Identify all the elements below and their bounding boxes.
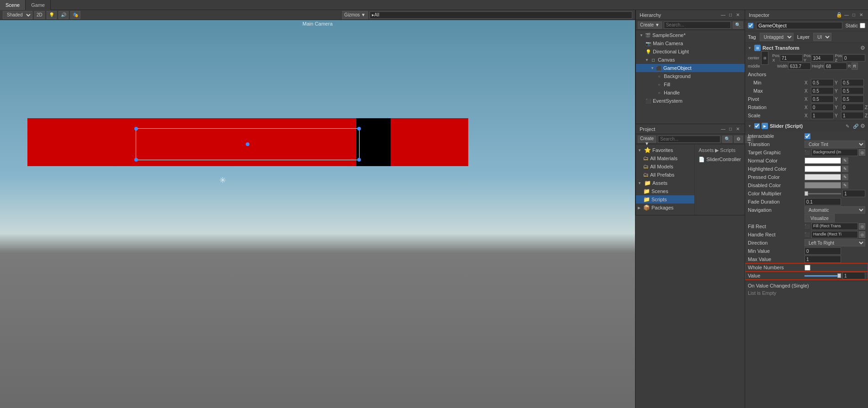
r-btn[interactable]: R bbox=[852, 63, 858, 70]
whole-numbers-checkbox[interactable] bbox=[804, 265, 810, 271]
hierarchy-item-main-camera[interactable]: 📷 Main Camera bbox=[636, 39, 745, 47]
transition-dropdown[interactable]: Color Tint bbox=[804, 141, 865, 148]
width-input[interactable] bbox=[788, 63, 811, 70]
hierarchy-create-btn[interactable]: Create ▼ bbox=[638, 21, 662, 29]
height-input[interactable] bbox=[824, 63, 847, 70]
anchor-preset-btn[interactable]: ⊞ bbox=[761, 51, 768, 65]
audio-btn[interactable]: 🔊 bbox=[58, 11, 69, 19]
fill-rect-select-btn[interactable]: ◎ bbox=[859, 223, 865, 230]
pressed-color-picker-btn[interactable]: ✎ bbox=[842, 174, 848, 180]
gameobject-active-checkbox[interactable] bbox=[748, 23, 753, 28]
tag-select[interactable]: Untagged bbox=[760, 33, 794, 41]
lights-btn[interactable]: 💡 bbox=[47, 11, 57, 19]
slider-script-header[interactable]: ▼ ▶ Slider (Script) ✎ 🔗 ⚙ bbox=[745, 121, 868, 131]
hierarchy-item-gameobject[interactable]: ▼ ⬛ GameObject bbox=[636, 64, 745, 72]
tab-scene[interactable]: Scene bbox=[0, 0, 26, 10]
highlighted-color-swatch[interactable] bbox=[804, 166, 841, 172]
navigation-dropdown[interactable]: Automatic bbox=[804, 206, 865, 214]
handle-rect-input[interactable]: Handle (Rect Ti bbox=[811, 231, 858, 238]
project-scenes[interactable]: 📁 Scenes bbox=[636, 187, 694, 195]
min-value-input[interactable] bbox=[804, 247, 841, 255]
slider-edit-btn[interactable]: ✎ bbox=[844, 122, 851, 130]
color-multiplier-input[interactable] bbox=[842, 190, 865, 197]
scene-search[interactable] bbox=[370, 11, 632, 19]
effects-btn[interactable]: 🎭 bbox=[70, 11, 80, 19]
project-all-materials[interactable]: 🗂 All Materials bbox=[636, 154, 694, 162]
rot-y-input[interactable] bbox=[841, 104, 864, 111]
slider-gear-btn[interactable]: ⚙ bbox=[860, 122, 865, 130]
inspector-close-btn[interactable]: ✕ bbox=[858, 12, 864, 18]
scale-y-input[interactable] bbox=[841, 112, 864, 119]
rot-x-input[interactable] bbox=[811, 104, 834, 111]
pivot-y-input[interactable] bbox=[841, 95, 864, 103]
target-graphic-input[interactable]: Background (In bbox=[811, 149, 858, 156]
project-search-btn[interactable]: 🔍 bbox=[722, 136, 732, 143]
project-assets-folder[interactable]: ▼ 📁 Assets bbox=[636, 179, 694, 187]
anchor-min-y-input[interactable] bbox=[841, 79, 864, 86]
color-multiplier-thumb[interactable] bbox=[804, 191, 808, 196]
shading-dropdown[interactable]: Shaded bbox=[3, 11, 32, 19]
hierarchy-item-fill[interactable]: ○ Fill bbox=[636, 80, 745, 89]
direction-dropdown[interactable]: Left To Right bbox=[804, 239, 865, 246]
project-favorites-folder[interactable]: ▼ ⭐ Favorites bbox=[636, 146, 694, 154]
gameobject-name-input[interactable] bbox=[756, 22, 842, 29]
value-thumb[interactable] bbox=[837, 273, 841, 278]
static-checkbox[interactable] bbox=[860, 23, 865, 28]
interactable-checkbox[interactable] bbox=[804, 133, 810, 139]
slider-link-btn[interactable]: 🔗 bbox=[852, 122, 859, 130]
project-packages[interactable]: ▶ 📦 Packages bbox=[636, 204, 694, 212]
hierarchy-scene-root[interactable]: ▼ 🎬 SampleScene* bbox=[636, 31, 745, 39]
disabled-color-swatch[interactable] bbox=[804, 182, 841, 188]
tab-game[interactable]: Game bbox=[26, 0, 51, 10]
project-search[interactable] bbox=[658, 136, 720, 143]
highlighted-color-picker-btn[interactable]: ✎ bbox=[842, 166, 848, 172]
hierarchy-maximize-btn[interactable]: □ bbox=[727, 12, 734, 18]
value-track[interactable] bbox=[804, 275, 841, 277]
visualize-btn[interactable]: Visualize bbox=[804, 214, 835, 222]
target-graphic-select-btn[interactable]: ◎ bbox=[859, 149, 865, 156]
project-all-models[interactable]: 🗂 All Models bbox=[636, 162, 694, 171]
disabled-color-picker-btn[interactable]: ✎ bbox=[842, 182, 848, 188]
project-create-btn[interactable]: Create ▼ bbox=[638, 136, 656, 143]
hierarchy-item-background[interactable]: ○ Background bbox=[636, 72, 745, 80]
normal-color-swatch[interactable] bbox=[804, 157, 841, 164]
hierarchy-item-handle[interactable]: ○ Handle bbox=[636, 89, 745, 97]
gizmos-btn[interactable]: Gizmos ▼ bbox=[342, 11, 368, 19]
project-maximize-btn[interactable]: □ bbox=[727, 126, 734, 132]
anchor-max-x-input[interactable] bbox=[811, 87, 834, 94]
normal-color-picker-btn[interactable]: ✎ bbox=[842, 157, 848, 164]
inspector-maximize-btn[interactable]: □ bbox=[851, 12, 857, 18]
pos-x-input[interactable] bbox=[780, 54, 803, 62]
layer-select[interactable]: UI bbox=[813, 33, 831, 41]
pivot-x-input[interactable] bbox=[811, 95, 834, 103]
handle-rect-select-btn[interactable]: ◎ bbox=[859, 231, 865, 238]
pressed-color-swatch[interactable] bbox=[804, 174, 841, 180]
value-input[interactable] bbox=[842, 272, 865, 279]
hierarchy-item-canvas[interactable]: ▼ □ Canvas bbox=[636, 56, 745, 64]
project-settings-btn[interactable]: ⚙ bbox=[734, 136, 743, 143]
anchor-max-y-input[interactable] bbox=[841, 87, 864, 94]
project-all-prefabs[interactable]: 🗂 All Prefabs bbox=[636, 171, 694, 179]
pos-z-input[interactable] bbox=[842, 54, 865, 62]
hierarchy-item-directional-light[interactable]: 💡 Directional Light bbox=[636, 47, 745, 56]
2d-btn[interactable]: 2D bbox=[34, 11, 45, 19]
slider-script-active-checkbox[interactable] bbox=[754, 123, 760, 129]
hierarchy-close-btn[interactable]: ✕ bbox=[735, 12, 741, 18]
project-close-btn[interactable]: ✕ bbox=[735, 126, 741, 132]
project-scripts[interactable]: 📁 Scripts bbox=[636, 195, 694, 204]
max-value-input[interactable] bbox=[804, 256, 841, 263]
pos-y-input[interactable] bbox=[811, 54, 834, 62]
color-multiplier-track[interactable] bbox=[804, 193, 841, 194]
inspector-minimize-btn[interactable]: — bbox=[843, 12, 850, 18]
fill-rect-input[interactable]: Fill (Rect Trans bbox=[811, 223, 858, 230]
scale-x-input[interactable] bbox=[811, 112, 834, 119]
hierarchy-minimize-btn[interactable]: — bbox=[720, 12, 726, 18]
anchor-min-x-input[interactable] bbox=[811, 79, 834, 86]
project-script-file[interactable]: 📄 SliderController bbox=[697, 155, 743, 163]
hierarchy-item-eventsystem[interactable]: ⬛ EventSystem bbox=[636, 97, 745, 105]
rect-transform-gear-btn[interactable]: ⚙ bbox=[860, 45, 865, 51]
hierarchy-search-icon[interactable]: 🔍 bbox=[733, 21, 743, 29]
hierarchy-search[interactable] bbox=[664, 21, 731, 29]
fade-duration-input[interactable] bbox=[804, 198, 841, 205]
project-minimize-btn[interactable]: — bbox=[720, 126, 726, 132]
